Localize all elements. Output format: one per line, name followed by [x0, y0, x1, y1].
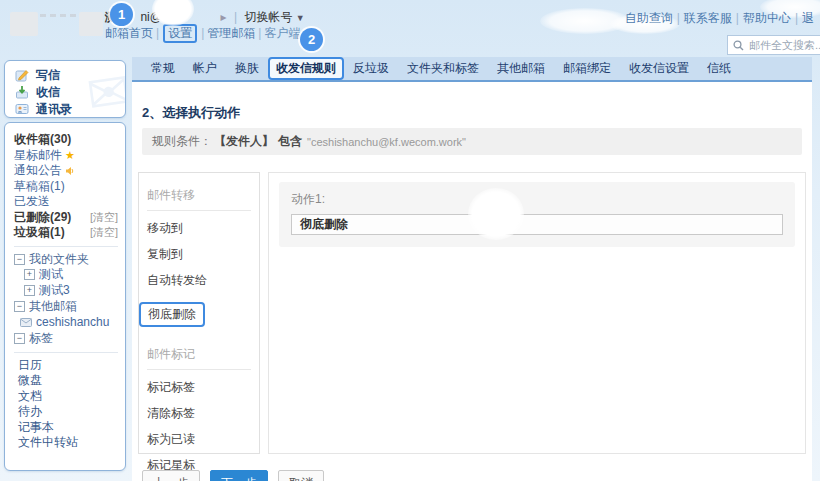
empty-deleted-link[interactable]: [清空] [90, 210, 118, 225]
action-1-box: 动作1: 彻底删除 [279, 182, 795, 247]
switch-account-link[interactable]: 切换帐号 ▼ [244, 10, 304, 24]
tab-mailbox-binding[interactable]: 邮箱绑定 [554, 60, 620, 77]
nav-mail-home[interactable]: 邮箱首页 [105, 26, 153, 40]
tree-folder-test[interactable]: +测试 [14, 267, 118, 283]
redacted-logo-text [40, 14, 76, 17]
account-info: 测 ni@ces▸ | 切换帐号 ▼ [105, 9, 305, 26]
expand-icon[interactable]: + [24, 269, 35, 280]
tree-mailbox-ceshishanchu[interactable]: ceshishanchu [14, 315, 118, 331]
folder-spam[interactable]: 垃圾箱(1)[清空] [14, 225, 118, 241]
action-type-list: 邮件转移 移动到 复制到 自动转发给 彻底删除 邮件标记 标记标签 清除标签 标… [138, 172, 260, 454]
tab-antispam[interactable]: 反垃圾 [344, 60, 398, 77]
app-todo[interactable]: 待办 [14, 404, 118, 420]
quick-links: 自助查询|联系客服|帮助中心|退 [625, 10, 814, 27]
rule-wizard-content: 2、选择执行动作 规则条件： 【发件人】 包含 "ceshishanchu@kf… [132, 84, 812, 481]
action-clear-label[interactable]: 清除标签 [147, 405, 251, 422]
divider [147, 369, 251, 370]
tab-sendreceive-settings[interactable]: 收发信设置 [620, 60, 698, 77]
mail-search-box[interactable] [727, 35, 820, 55]
receive-label: 收信 [36, 84, 60, 101]
action-auto-forward[interactable]: 自动转发给 [147, 272, 251, 289]
app-file-transfer[interactable]: 文件中转站 [14, 435, 118, 451]
action-1-value-field[interactable]: 彻底删除 [291, 214, 783, 235]
speaker-icon [65, 166, 75, 176]
folder-deleted[interactable]: 已删除(29)[清空] [14, 210, 118, 226]
tree-my-folders[interactable]: −我的文件夹 [14, 252, 118, 268]
app-notes[interactable]: 记事本 [14, 420, 118, 436]
star-icon: ★ [65, 149, 75, 162]
receive-mail-icon [15, 85, 29, 99]
contacts-icon [15, 102, 29, 116]
rule-condition-field: 【发件人】 [214, 133, 274, 150]
previous-step-button[interactable]: 上一步 [142, 470, 200, 481]
receive-button[interactable]: 收信 [15, 84, 125, 100]
sidebar-compose-panel: ✉ 写信 收信 通讯录 [4, 60, 126, 118]
action-mark-label[interactable]: 标记标签 [147, 379, 251, 396]
tab-account[interactable]: 帐户 [184, 60, 226, 77]
compose-button[interactable]: 写信 [15, 67, 125, 83]
nav-settings[interactable]: 设置 [163, 24, 197, 43]
folder-drafts[interactable]: 草稿箱(1) [14, 179, 118, 195]
redacted-logo-block [79, 12, 103, 36]
annotation-step-2: 2 [300, 28, 323, 51]
annotation-step-1: 1 [110, 3, 133, 26]
folder-announcements[interactable]: 通知公告 [14, 163, 118, 179]
contact-support-link[interactable]: 联系客服 [684, 11, 732, 25]
action-move-to[interactable]: 移动到 [147, 220, 251, 237]
tree-other-mailboxes[interactable]: −其他邮箱 [14, 299, 118, 315]
rule-condition-bar: 规则条件： 【发件人】 包含 "ceshishanchu@kf.wecom.wo… [142, 128, 802, 155]
collapse-icon[interactable]: − [14, 333, 25, 344]
group-header-mail-transfer: 邮件转移 [147, 187, 251, 204]
tab-folders-labels[interactable]: 文件夹和标签 [398, 60, 488, 77]
nav-manage-mailbox[interactable]: 管理邮箱 [207, 26, 255, 40]
compose-icon [15, 68, 29, 82]
tree-labels[interactable]: −标签 [14, 331, 118, 347]
action-detail-panel: 动作1: 彻底删除 [268, 172, 806, 454]
redacted-logo-block [10, 12, 38, 36]
tab-skin[interactable]: 换肤 [226, 60, 268, 77]
search-icon [733, 40, 744, 51]
contacts-label: 通讯录 [36, 101, 72, 118]
collapse-icon[interactable]: − [14, 301, 25, 312]
tab-general[interactable]: 常规 [142, 60, 184, 77]
collapse-icon[interactable]: − [14, 254, 25, 265]
folder-sent[interactable]: 已发送 [14, 194, 118, 210]
action-copy-to[interactable]: 复制到 [147, 246, 251, 263]
sidebar-folder-panel: 收件箱(30) 星标邮件★ 通知公告 草稿箱(1) 已发送 已删除(29)[清空… [4, 122, 126, 471]
help-center-link[interactable]: 帮助中心 [743, 11, 791, 25]
group-header-mail-marking: 邮件标记 [147, 346, 251, 363]
next-step-button[interactable]: 下一步 [210, 470, 268, 481]
expand-icon[interactable]: + [24, 285, 35, 296]
rule-condition-label: 规则条件： [152, 133, 212, 150]
rule-condition-value: "ceshishanchu@kf.wecom.work" [307, 136, 466, 148]
rule-condition-operator: 包含 [278, 133, 302, 150]
app-weidrive[interactable]: 微盘 [14, 373, 118, 389]
tab-other-mailboxes[interactable]: 其他邮箱 [488, 60, 554, 77]
wizard-buttons: 上一步 下一步 取消 [142, 470, 324, 481]
divider [147, 210, 251, 211]
tree-folder-test3[interactable]: +测试3 [14, 283, 118, 299]
search-input[interactable] [747, 38, 820, 52]
cancel-button[interactable]: 取消 [278, 470, 324, 481]
folder-starred[interactable]: 星标邮件★ [14, 148, 118, 164]
nav-client[interactable]: 客户端 [264, 26, 300, 40]
divider [14, 246, 118, 247]
self-service-link[interactable]: 自助查询 [625, 11, 673, 25]
settings-tabbar: 常规 帐户 换肤 收发信规则 反垃圾 文件夹和标签 其他邮箱 邮箱绑定 收发信设… [132, 57, 812, 82]
webmail-settings-page: { "header": { "account_fragment": "测", "… [0, 0, 820, 481]
logout-link[interactable]: 退 [802, 11, 814, 25]
app-calendar[interactable]: 日历 [14, 358, 118, 374]
settings-main: 常规 帐户 换肤 收发信规则 反垃圾 文件夹和标签 其他邮箱 邮箱绑定 收发信设… [132, 57, 812, 481]
tab-stationery[interactable]: 信纸 [698, 60, 740, 77]
folder-inbox[interactable]: 收件箱(30) [14, 132, 118, 148]
envelope-icon [20, 318, 32, 327]
contacts-button[interactable]: 通讯录 [15, 101, 125, 117]
action-delete-permanently[interactable]: 彻底删除 [139, 302, 205, 327]
redaction-blob [468, 188, 524, 240]
action-mark-read[interactable]: 标为已读 [147, 431, 251, 448]
app-docs[interactable]: 文档 [14, 389, 118, 405]
chevron-down-icon: ▼ [296, 13, 305, 23]
empty-spam-link[interactable]: [清空] [90, 225, 118, 240]
tab-mail-rules[interactable]: 收发信规则 [268, 57, 344, 80]
action-1-label: 动作1: [291, 191, 783, 208]
